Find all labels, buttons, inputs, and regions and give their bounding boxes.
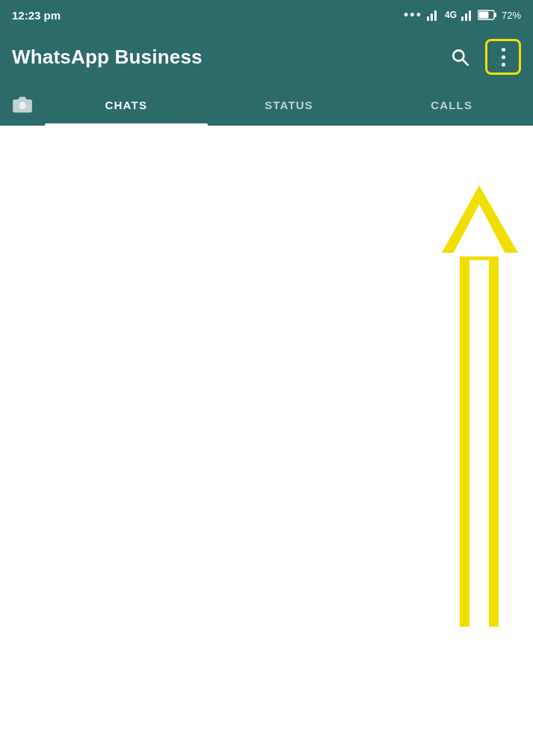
svg-point-11 bbox=[19, 102, 25, 109]
status-bar: 12:23 pm ••• 4G 72% bbox=[0, 0, 533, 30]
search-icon bbox=[450, 47, 469, 67]
svg-rect-4 bbox=[465, 13, 467, 21]
camera-button[interactable] bbox=[0, 84, 45, 126]
tab-calls-label: CALLS bbox=[431, 99, 472, 111]
status-icons: ••• 4G 72% bbox=[404, 7, 521, 23]
signal-icon-2 bbox=[461, 9, 473, 21]
tab-chats[interactable]: CHATS bbox=[45, 84, 208, 126]
tab-status-label: STATUS bbox=[265, 99, 313, 111]
network-type: 4G bbox=[445, 10, 457, 20]
main-content bbox=[0, 126, 533, 756]
tab-calls[interactable]: CALLS bbox=[370, 84, 533, 126]
svg-rect-0 bbox=[427, 16, 429, 21]
search-button[interactable] bbox=[443, 40, 476, 73]
tab-status[interactable]: STATUS bbox=[208, 84, 371, 126]
annotation-arrow bbox=[0, 126, 533, 756]
svg-rect-7 bbox=[478, 12, 488, 19]
svg-rect-5 bbox=[469, 10, 471, 21]
svg-rect-8 bbox=[494, 13, 496, 17]
app-title: WhatsApp Business bbox=[12, 46, 203, 69]
toolbar: WhatsApp Business bbox=[0, 30, 533, 84]
svg-line-10 bbox=[463, 60, 468, 65]
camera-icon bbox=[12, 94, 33, 115]
three-dots-icon bbox=[502, 48, 505, 67]
status-time: 12:23 pm bbox=[12, 9, 61, 22]
signal-dots: ••• bbox=[404, 7, 422, 23]
mobile-signal-icon bbox=[427, 9, 440, 21]
svg-rect-2 bbox=[434, 10, 437, 21]
battery-percent: 72% bbox=[502, 10, 521, 21]
svg-rect-3 bbox=[461, 16, 463, 21]
more-options-button[interactable] bbox=[485, 39, 521, 75]
tabs-bar: CHATS STATUS CALLS bbox=[0, 84, 533, 126]
svg-rect-1 bbox=[431, 13, 433, 21]
toolbar-actions bbox=[443, 39, 521, 75]
svg-rect-14 bbox=[469, 260, 489, 627]
tab-chats-label: CHATS bbox=[105, 99, 148, 111]
battery-icon bbox=[478, 10, 497, 20]
